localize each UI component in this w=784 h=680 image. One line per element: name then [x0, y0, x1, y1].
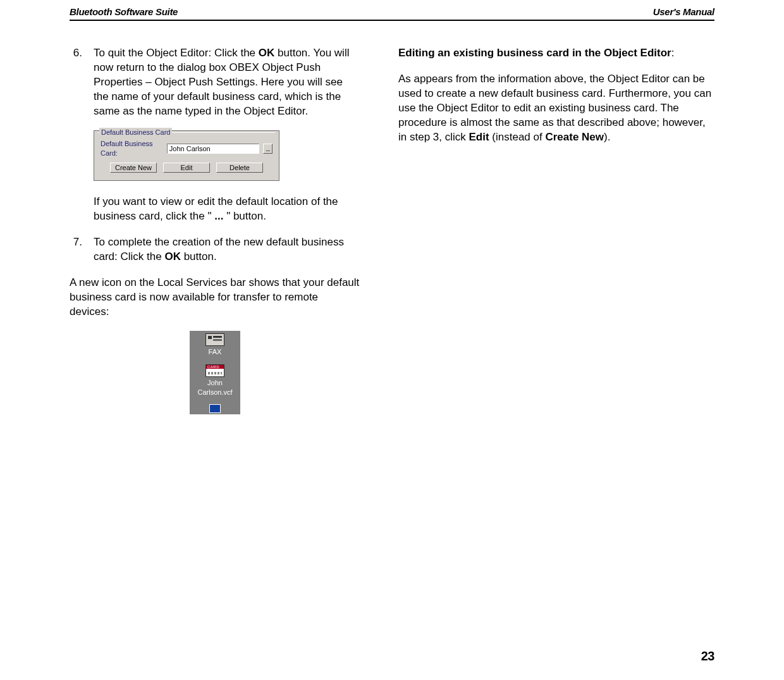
text: To quit the Object Editor: Click the [94, 47, 259, 59]
text: " button. [223, 210, 266, 222]
text: ). [604, 131, 610, 143]
create-new-button[interactable]: Create New [110, 163, 157, 173]
header-rule [70, 20, 714, 21]
field-row: Default Business Card: ... [98, 133, 275, 163]
header-row: Bluetooth Software Suite User's Manual [70, 6, 714, 20]
text: To complete the creation of the new defa… [94, 236, 344, 263]
browse-button[interactable]: ... [263, 144, 273, 154]
device-icon [209, 404, 221, 413]
default-business-card-panel: Default Business Card Default Business C… [94, 130, 279, 182]
ellipsis-bold: ... [214, 210, 223, 222]
subheading-colon: : [671, 47, 675, 59]
fax-icon [205, 333, 224, 346]
vcard-icon: CARD [205, 364, 224, 377]
business-card-input[interactable] [167, 144, 259, 154]
subheading: Editing an existing business card in the… [398, 46, 714, 61]
groupbox: Default Business Card Default Business C… [98, 132, 275, 178]
header-left: Bluetooth Software Suite [70, 6, 178, 17]
ok-bold: OK [259, 47, 275, 59]
service-label: FAX [191, 347, 239, 357]
create-new-bold: Create New [545, 131, 604, 143]
subheading-bold: Editing an existing business card in the… [398, 47, 671, 59]
header-right: User's Manual [653, 6, 714, 17]
ok-bold: OK [164, 250, 181, 263]
paragraph: As appears from the information above, t… [398, 72, 714, 145]
button-row: Create New Edit Delete [98, 163, 275, 178]
list-item-6: 6. To quit the Object Editor: Click the … [70, 46, 360, 119]
service-label: John Carlson.vcf [191, 378, 239, 397]
content-columns: 6. To quit the Object Editor: Click the … [70, 46, 714, 426]
text: (instead of [489, 131, 546, 143]
list-item-7: 7. To complete the creation of the new d… [70, 235, 360, 264]
vcard-icon-label: CARD [207, 364, 219, 369]
item-body: To quit the Object Editor: Click the OK … [94, 46, 360, 119]
right-column: Editing an existing business card in the… [398, 46, 714, 426]
text: button. [181, 250, 217, 263]
paragraph: If you want to view or edit the default … [94, 195, 360, 224]
left-column: 6. To quit the Object Editor: Click the … [70, 46, 360, 426]
page-number: 23 [701, 649, 714, 664]
local-services-bar: FAX CARD John Carlson.vcf [190, 331, 240, 415]
item-body: To complete the creation of the new defa… [94, 235, 360, 264]
service-item-unknown[interactable] [190, 402, 240, 414]
groupbox-label: Default Business Card [99, 128, 172, 137]
edit-bold: Edit [469, 131, 489, 143]
field-label: Default Business Card: [101, 139, 163, 158]
service-item-card[interactable]: CARD John Carlson.vcf [190, 362, 240, 402]
item-number: 7. [70, 235, 82, 264]
delete-button[interactable]: Delete [216, 163, 263, 173]
paragraph: A new icon on the Local Services bar sho… [70, 276, 360, 319]
item-number: 6. [70, 46, 82, 119]
edit-button[interactable]: Edit [163, 163, 210, 173]
service-item-fax[interactable]: FAX [190, 331, 240, 362]
